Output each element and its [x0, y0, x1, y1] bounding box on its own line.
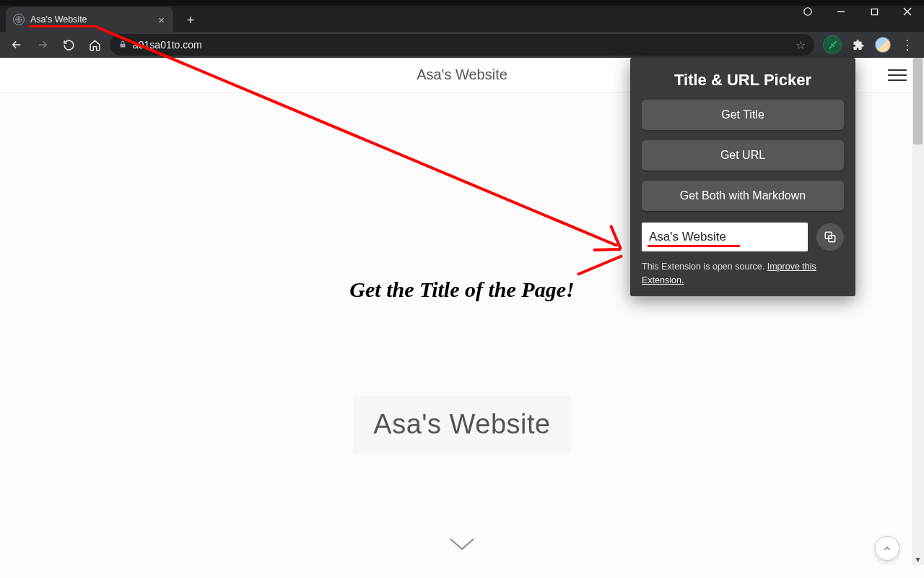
annotation-underline [648, 245, 740, 247]
svg-point-0 [804, 8, 812, 16]
extension-popup: Title & URL Picker Get Title Get URL Get… [630, 58, 855, 296]
browser-tab[interactable]: Asa's Website × [6, 7, 173, 32]
url-text: a01sa01to.com [133, 39, 202, 51]
extension-popup-title: Title & URL Picker [642, 71, 844, 90]
maximize-button[interactable] [858, 0, 891, 23]
scroll-down-chevron-icon[interactable] [448, 536, 476, 556]
svg-rect-6 [121, 43, 126, 47]
get-both-markdown-button[interactable]: Get Both with Markdown [642, 181, 844, 211]
svg-rect-2 [871, 9, 877, 14]
tab-strip: Asa's Website × + [0, 6, 924, 32]
reload-button[interactable] [58, 34, 79, 56]
hamburger-menu-button[interactable] [888, 69, 907, 81]
close-window-button[interactable] [891, 0, 924, 23]
active-extension-icon[interactable] [823, 35, 842, 54]
bookmark-star-icon[interactable]: ☆ [796, 38, 806, 52]
scrollbar-down-arrow-icon[interactable]: ▼ [912, 556, 924, 564]
window-controls [791, 0, 924, 23]
globe-icon [13, 14, 25, 25]
address-bar[interactable]: a01sa01to.com ☆ [110, 34, 814, 56]
extensions-puzzle-icon[interactable] [847, 34, 869, 56]
tab-title: Asa's Website [30, 14, 87, 25]
forward-button[interactable] [32, 34, 53, 56]
minimize-button[interactable] [824, 0, 858, 23]
profile-avatar[interactable] [875, 37, 891, 53]
scrollbar-thumb[interactable] [913, 58, 923, 144]
hero-title: Asa's Website [353, 396, 570, 453]
vertical-scrollbar[interactable]: ▼ [912, 58, 924, 565]
get-title-button[interactable]: Get Title [642, 100, 844, 130]
lock-icon [118, 40, 127, 51]
window-titlebar [0, 0, 924, 6]
copy-button[interactable] [816, 223, 844, 251]
chrome-menu-button[interactable]: ⋮ [897, 34, 918, 56]
extension-footer-text: This Extension is open source. [642, 262, 767, 272]
extension-footer: This Extension is open source. Improve t… [642, 260, 844, 288]
extension-output-value: Asa's Website [649, 230, 726, 244]
browser-toolbar: a01sa01to.com ☆ ⋮ [0, 32, 924, 58]
extension-output-field[interactable]: Asa's Website [642, 223, 808, 251]
home-button[interactable] [84, 34, 105, 56]
get-url-button[interactable]: Get URL [642, 140, 844, 171]
new-tab-button[interactable]: + [180, 10, 201, 30]
close-tab-icon[interactable]: × [157, 12, 166, 27]
scroll-to-top-button[interactable] [875, 536, 899, 561]
extensions-area: ⋮ [823, 34, 918, 56]
back-button[interactable] [6, 34, 27, 56]
chrome-sync-icon[interactable] [791, 0, 824, 23]
site-header-title: Asa's Website [417, 66, 507, 83]
